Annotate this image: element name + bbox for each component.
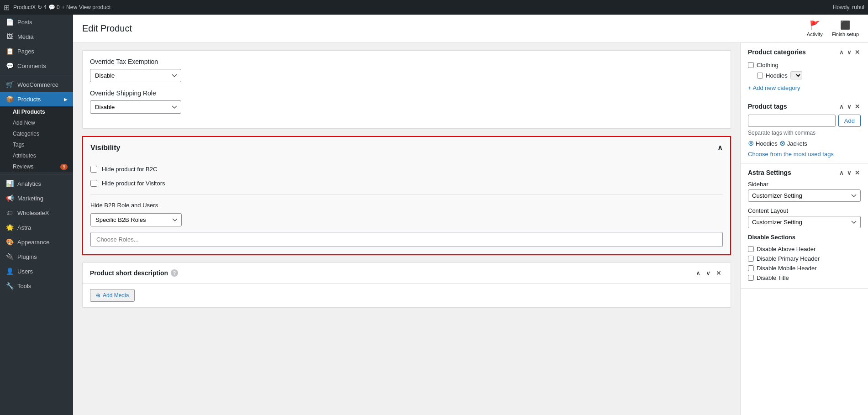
- hide-b2c-row: Hide product for B2C: [90, 162, 723, 176]
- editor-content: Override Tax Exemption Disable Enable Ov…: [73, 43, 740, 415]
- disable-above-header-row: Disable Above Header: [748, 244, 861, 254]
- submenu-all-products[interactable]: All Products: [0, 106, 73, 117]
- hide-b2c-label: Hide product for B2C: [102, 166, 157, 173]
- site-name[interactable]: ProductX: [13, 4, 36, 11]
- sidebar-item-astra[interactable]: 🌟 Astra: [0, 220, 73, 235]
- submenu-attributes[interactable]: Attributes: [0, 150, 73, 161]
- tags-close-icon[interactable]: ✕: [854, 103, 861, 110]
- short-desc-body: ⊕ Add Media: [83, 284, 731, 307]
- hoodies-parent-select[interactable]: [790, 71, 802, 79]
- submenu-tags[interactable]: Tags: [0, 139, 73, 150]
- sidebar-item-tools[interactable]: 🔧 Tools: [0, 278, 73, 293]
- reviews-badge: 9: [60, 164, 68, 170]
- astra-sidebar-field: Sidebar Customizer Setting Default Left …: [748, 181, 861, 202]
- astra-sidebar-select[interactable]: Customizer Setting Default Left Sidebar …: [748, 189, 861, 202]
- override-shipping-select[interactable]: Disable Enable: [90, 100, 181, 114]
- submenu-add-new[interactable]: Add New: [0, 117, 73, 128]
- main-content: Edit Product 🚩 Activity ⬛ Finish setup: [73, 15, 868, 415]
- pages-icon: 📋: [5, 47, 14, 55]
- disable-title-checkbox[interactable]: [748, 275, 754, 281]
- cat-up-icon[interactable]: ∧: [838, 49, 845, 56]
- tag-jackets: ⊗ Jackets: [779, 140, 807, 147]
- override-shipping-group: Override Shipping Role Disable Enable: [90, 89, 723, 114]
- astra-up-icon[interactable]: ∧: [838, 169, 845, 176]
- tag-hoodies: ⊗ Hoodies: [748, 140, 778, 147]
- category-hoodies: Hoodies: [748, 70, 861, 81]
- sidebar-item-plugins[interactable]: 🔌 Plugins: [0, 249, 73, 264]
- astra-settings-section: Astra Settings ∧ ∨ ✕ Sidebar Customizer …: [741, 163, 868, 289]
- astra-down-icon[interactable]: ∨: [846, 169, 852, 176]
- remove-hoodies-icon[interactable]: ⊗: [748, 140, 754, 147]
- visibility-title: Visibility: [90, 144, 121, 152]
- tags-controls: ∧ ∨ ✕: [838, 103, 861, 110]
- override-tax-group: Override Tax Exemption Disable Enable: [90, 58, 723, 82]
- sidebar-item-users[interactable]: 👤 Users: [0, 264, 73, 278]
- new-button[interactable]: + New: [62, 4, 77, 11]
- override-tax-select[interactable]: Disable Enable: [90, 69, 181, 82]
- disable-primary-header-checkbox[interactable]: [748, 256, 754, 262]
- short-desc-title-group: Product short description ?: [90, 269, 178, 277]
- users-icon: 👤: [5, 268, 14, 275]
- sidebar-item-marketing[interactable]: 📢 Marketing: [0, 191, 73, 205]
- hide-visitors-checkbox[interactable]: [90, 180, 97, 187]
- cat-down-icon[interactable]: ∨: [846, 49, 852, 56]
- refresh-count[interactable]: ↻ 4: [37, 4, 47, 11]
- plugins-icon: 🔌: [5, 253, 14, 260]
- sidebar-item-woocommerce[interactable]: 🛒 WooCommerce: [0, 77, 73, 92]
- submenu-reviews[interactable]: Reviews 9: [0, 161, 73, 172]
- hide-b2c-checkbox[interactable]: [90, 166, 97, 173]
- b2b-roles-select[interactable]: Specific B2B Roles All B2B Roles Custom: [90, 213, 182, 226]
- tags-down-icon[interactable]: ∨: [846, 103, 852, 110]
- short-description-panel: Product short description ? ∧ ∨ ✕ ⊕ Add …: [82, 263, 731, 308]
- sidebar-item-comments[interactable]: 💬 Comments: [0, 58, 73, 73]
- add-tag-button[interactable]: Add: [838, 115, 861, 127]
- page-header: Edit Product 🚩 Activity ⬛ Finish setup: [73, 15, 868, 43]
- disable-primary-header-row: Disable Primary Header: [748, 254, 861, 263]
- astra-content-layout-select[interactable]: Customizer Setting Default Full Width Co…: [748, 216, 861, 228]
- comments-count[interactable]: 💬 0: [48, 4, 60, 11]
- tags-up-icon[interactable]: ∧: [838, 103, 845, 110]
- override-tax-panel: Override Tax Exemption Disable Enable Ov…: [82, 50, 731, 129]
- cat-close-icon[interactable]: ✕: [854, 49, 861, 56]
- remove-jackets-icon[interactable]: ⊗: [779, 140, 785, 147]
- astra-close-icon[interactable]: ✕: [854, 169, 861, 176]
- tools-icon: 🔧: [5, 282, 14, 289]
- help-icon[interactable]: ?: [171, 269, 178, 277]
- visibility-collapse-icon[interactable]: ∧: [717, 143, 723, 152]
- collapse-down-button[interactable]: ∨: [704, 268, 712, 278]
- disable-mobile-header-row: Disable Mobile Header: [748, 263, 861, 273]
- hide-visitors-row: Hide product for Visitors: [90, 176, 723, 190]
- finish-setup-button[interactable]: ⬛ Finish setup: [832, 20, 859, 37]
- sidebar-item-appearance[interactable]: 🎨 Appearance: [0, 235, 73, 249]
- add-category-link[interactable]: + Add new category: [748, 84, 861, 91]
- astra-icon: 🌟: [5, 224, 14, 231]
- products-icon: 📦: [5, 95, 14, 103]
- choose-roles-input[interactable]: [90, 232, 723, 247]
- astra-content-layout-field: Content Layout Customizer Setting Defaul…: [748, 207, 861, 228]
- tags-input[interactable]: [748, 115, 836, 127]
- sidebar-item-posts[interactable]: 📄 Posts: [0, 15, 73, 29]
- disable-sections-label: Disable Sections: [748, 234, 861, 241]
- sidebar-item-media[interactable]: 🖼 Media: [0, 29, 73, 44]
- wp-logo[interactable]: ⊞: [4, 3, 10, 12]
- tags-header: Product tags ∧ ∨ ✕: [748, 103, 861, 110]
- category-clothing-checkbox[interactable]: [748, 62, 754, 68]
- activity-button[interactable]: 🚩 Activity: [807, 20, 823, 37]
- sidebar-item-wholesalex[interactable]: 🏷 WholesaleX: [0, 205, 73, 220]
- view-product-link[interactable]: View product: [79, 4, 110, 11]
- add-media-button[interactable]: ⊕ Add Media: [90, 289, 135, 302]
- posts-icon: 📄: [5, 18, 14, 26]
- marketing-icon: 📢: [5, 194, 14, 202]
- disable-mobile-header-checkbox[interactable]: [748, 265, 754, 271]
- admin-menu: 📄 Posts 🖼 Media 📋 Pages 💬 Comments 🛒 Woo…: [0, 15, 73, 415]
- sidebar-item-pages[interactable]: 📋 Pages: [0, 44, 73, 58]
- choose-tags-link[interactable]: Choose from the most used tags: [748, 151, 834, 158]
- disable-above-header-checkbox[interactable]: [748, 246, 754, 252]
- override-shipping-label: Override Shipping Role: [90, 89, 723, 97]
- sidebar-item-products[interactable]: 📦 Products ▶: [0, 92, 73, 106]
- category-hoodies-checkbox[interactable]: [757, 73, 763, 79]
- submenu-categories[interactable]: Categories: [0, 128, 73, 139]
- sidebar-item-analytics[interactable]: 📊 Analytics: [0, 176, 73, 191]
- collapse-up-button[interactable]: ∧: [694, 268, 702, 278]
- close-panel-button[interactable]: ✕: [714, 268, 723, 278]
